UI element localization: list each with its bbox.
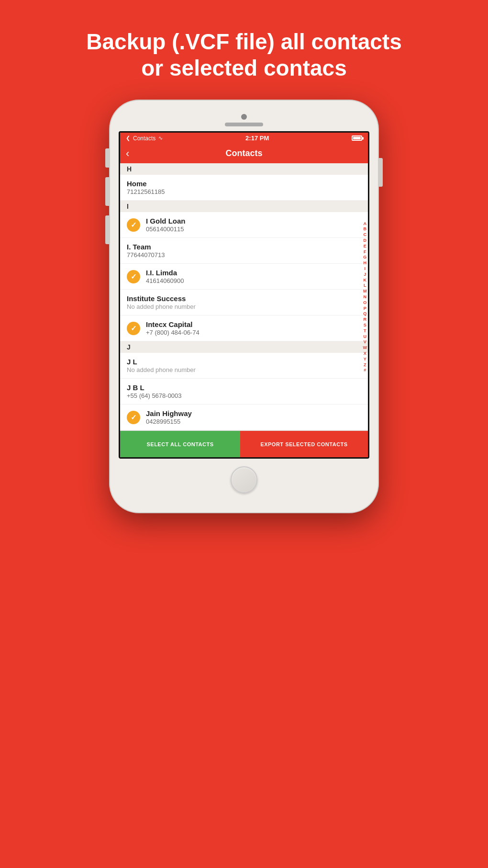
list-item[interactable]: Institute Success No added phone number	[120, 290, 368, 316]
index-letter-r[interactable]: R	[364, 317, 367, 322]
status-left: ❮ Contacts ∿	[126, 135, 163, 142]
index-letter-a[interactable]: A	[364, 221, 367, 226]
index-letter-c[interactable]: C	[364, 232, 367, 237]
index-letter-f[interactable]: F	[364, 249, 366, 255]
status-bar: ❮ Contacts ∿ 2:17 PM	[120, 133, 368, 144]
contact-name: I Gold Loan	[146, 217, 361, 225]
index-letter-u[interactable]: U	[364, 334, 367, 339]
status-right	[352, 135, 362, 141]
list-item[interactable]: Home 71212561185	[120, 175, 368, 201]
index-letter-y[interactable]: Y	[364, 357, 366, 362]
contact-name: J B L	[127, 383, 361, 392]
contact-info: I Gold Loan 05614000115	[146, 217, 361, 233]
section-header-j: J	[120, 341, 368, 353]
phone-frame: ❮ Contacts ∿ 2:17 PM ‹ Contacts H Home	[110, 101, 378, 512]
contact-name: I. Team	[127, 243, 361, 251]
check-icon	[127, 322, 140, 335]
contact-info: Home 71212561185	[127, 180, 361, 195]
home-button[interactable]	[231, 466, 257, 493]
camera-icon	[241, 114, 247, 120]
list-item[interactable]: Jain Highway 0428995155	[120, 405, 368, 430]
alphabet-index[interactable]: A B C D E F G H I J K L M N O P Q R S T	[363, 163, 367, 430]
contact-phone: +7 (800) 484-06-74	[146, 329, 361, 336]
contact-info: Institute Success No added phone number	[127, 294, 361, 310]
battery-fill	[353, 137, 361, 139]
back-arrow-status: ❮	[126, 135, 130, 141]
index-letter-v[interactable]: V	[364, 339, 366, 345]
list-item[interactable]: I Gold Loan 05614000115	[120, 212, 368, 238]
contact-name: Home	[127, 180, 361, 188]
back-button[interactable]: ‹	[126, 147, 129, 160]
battery-icon	[352, 135, 362, 141]
list-item[interactable]: J L No added phone number	[120, 353, 368, 379]
index-letter-w[interactable]: W	[363, 345, 367, 350]
page-title: Backup (.VCF file) all contacts or selec…	[57, 29, 430, 81]
index-letter-p[interactable]: P	[364, 306, 366, 311]
index-letter-x[interactable]: X	[364, 351, 366, 356]
contact-phone: 77644070713	[127, 251, 361, 259]
contact-info: I. Team 77644070713	[127, 243, 361, 259]
index-letter-g[interactable]: G	[363, 255, 366, 260]
index-letter-h[interactable]: H	[364, 260, 367, 266]
contact-info: Intecx Capital +7 (800) 484-06-74	[146, 320, 361, 336]
volume-down-button	[105, 215, 109, 244]
contact-info: J L No added phone number	[127, 358, 361, 373]
index-letter-l[interactable]: L	[364, 283, 366, 288]
contact-phone: 0428995155	[146, 418, 361, 425]
check-icon	[127, 218, 140, 232]
list-item[interactable]: J B L +55 (64) 5678-0003	[120, 379, 368, 405]
contacts-list: H Home 71212561185 I I Gold Loan 0561400…	[120, 163, 368, 430]
contact-info: J B L +55 (64) 5678-0003	[127, 383, 361, 399]
contact-name: Institute Success	[127, 294, 361, 303]
index-letter-q[interactable]: Q	[363, 311, 366, 316]
contact-name: J L	[127, 358, 361, 366]
contact-info: I.I. Limda 41614060900	[146, 269, 361, 284]
speaker-icon	[225, 123, 263, 126]
index-letter-s[interactable]: S	[364, 323, 366, 328]
index-letter-j[interactable]: J	[364, 272, 366, 277]
phone-bottom	[119, 466, 369, 493]
index-letter-m[interactable]: M	[363, 289, 367, 294]
contact-phone: 41614060900	[146, 277, 361, 284]
index-letter-t[interactable]: T	[364, 328, 366, 334]
index-letter-i[interactable]: I	[364, 266, 366, 271]
select-all-button[interactable]: SELECT ALL CONTACTS	[120, 431, 240, 457]
export-selected-button[interactable]: EXPORT SELECTED CONTACTS	[240, 431, 368, 457]
nav-title: Contacts	[225, 148, 262, 158]
contact-name: I.I. Limda	[146, 269, 361, 277]
list-item[interactable]: I.I. Limda 41614060900	[120, 264, 368, 290]
index-letter-o[interactable]: O	[363, 300, 366, 305]
contact-phone: +55 (64) 5678-0003	[127, 392, 361, 399]
list-item[interactable]: I. Team 77644070713	[120, 238, 368, 264]
wifi-icon: ∿	[158, 135, 163, 141]
contact-name: Intecx Capital	[146, 320, 361, 328]
phone-top	[119, 114, 369, 126]
list-item[interactable]: Intecx Capital +7 (800) 484-06-74	[120, 316, 368, 341]
check-icon	[127, 270, 140, 283]
mute-button	[105, 148, 109, 168]
screen: ❮ Contacts ∿ 2:17 PM ‹ Contacts H Home	[119, 131, 369, 459]
index-letter-e[interactable]: E	[364, 244, 366, 249]
bottom-buttons: SELECT ALL CONTACTS EXPORT SELECTED CONT…	[120, 430, 368, 457]
index-letter-d[interactable]: D	[364, 238, 367, 243]
status-time: 2:17 PM	[245, 135, 269, 142]
power-button	[379, 158, 383, 187]
section-header-i: I	[120, 201, 368, 212]
contact-phone: 05614000115	[146, 225, 361, 233]
contact-info: Jain Highway 0428995155	[146, 409, 361, 425]
contact-phone: 71212561185	[127, 188, 361, 195]
index-letter-n[interactable]: N	[364, 294, 367, 300]
contact-name: Jain Highway	[146, 409, 361, 417]
check-icon	[127, 411, 140, 424]
index-letter-k[interactable]: K	[364, 278, 367, 283]
index-letter-hash[interactable]: #	[364, 368, 366, 373]
status-app-name: Contacts	[133, 135, 155, 142]
section-header-h: H	[120, 163, 368, 175]
index-letter-z[interactable]: Z	[364, 362, 366, 368]
nav-bar: ‹ Contacts	[120, 144, 368, 163]
contact-phone: No added phone number	[127, 303, 361, 310]
contact-phone: No added phone number	[127, 366, 361, 373]
index-letter-b[interactable]: B	[364, 226, 367, 232]
volume-up-button	[105, 177, 109, 206]
